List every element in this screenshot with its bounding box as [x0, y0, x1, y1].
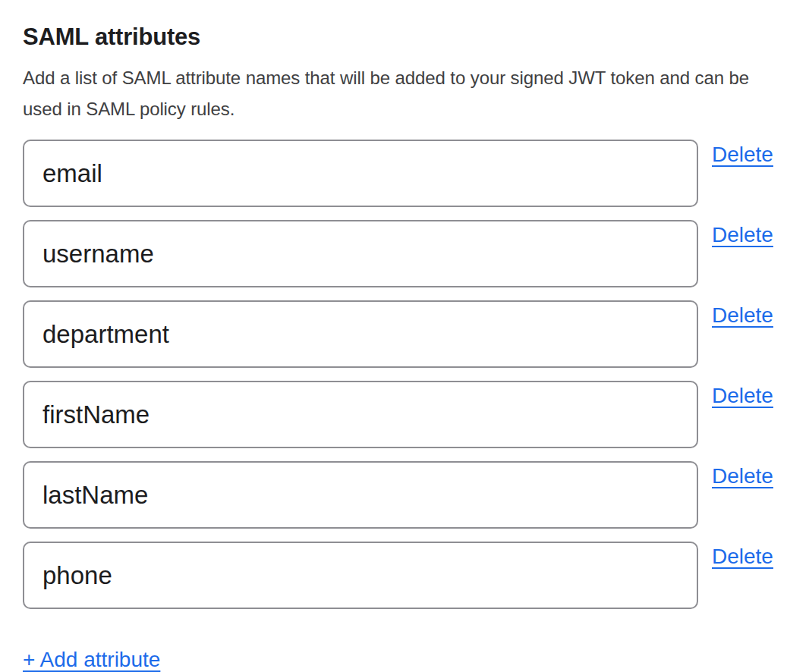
delete-attribute-link[interactable]: Delete: [712, 222, 773, 248]
attribute-input-phone[interactable]: [23, 542, 698, 609]
attribute-input-firstname[interactable]: [23, 381, 698, 448]
attribute-list: Delete Delete Delete Delete Delete Delet…: [23, 140, 776, 609]
attribute-row: Delete: [23, 542, 776, 609]
attribute-row: Delete: [23, 381, 776, 448]
saml-attributes-section: SAML attributes Add a list of SAML attri…: [0, 0, 809, 672]
attribute-input-department[interactable]: [23, 300, 698, 368]
attribute-input-lastname[interactable]: [23, 461, 698, 529]
section-description: Add a list of SAML attribute names that …: [23, 62, 788, 124]
delete-attribute-link[interactable]: Delete: [712, 544, 773, 570]
section-title: SAML attributes: [23, 23, 776, 52]
delete-attribute-link[interactable]: Delete: [712, 142, 773, 168]
attribute-row: Delete: [23, 461, 776, 529]
attribute-row: Delete: [23, 220, 776, 287]
delete-attribute-link[interactable]: Delete: [712, 463, 773, 489]
attribute-row: Delete: [23, 300, 776, 368]
attribute-input-username[interactable]: [23, 220, 698, 287]
attribute-input-email[interactable]: [23, 140, 698, 207]
add-attribute-link[interactable]: + Add attribute: [23, 647, 160, 672]
delete-attribute-link[interactable]: Delete: [712, 383, 773, 409]
delete-attribute-link[interactable]: Delete: [712, 303, 773, 328]
attribute-row: Delete: [23, 140, 776, 207]
